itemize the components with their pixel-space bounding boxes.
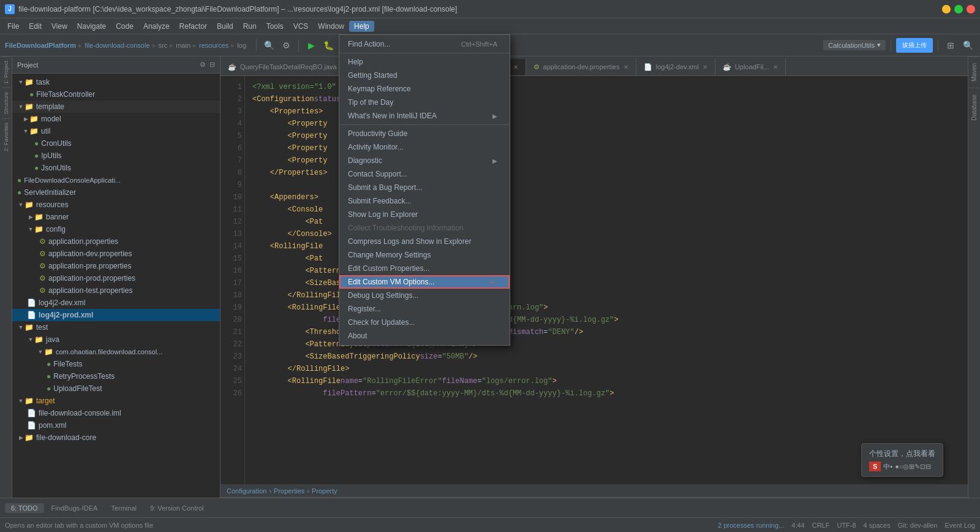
tree-resources-folder[interactable]: ▼ 📁 resources [12, 199, 220, 211]
tree-app-dev-props[interactable]: ⚙ application-dev.properties [12, 248, 220, 260]
tree-app-props[interactable]: ⚙ application.properties [12, 235, 220, 248]
status-processes[interactable]: 2 processes running... [718, 522, 784, 529]
menu-about[interactable]: About [339, 329, 510, 343]
tab-version-control[interactable]: 9: Version Control [144, 503, 209, 513]
toolbar-extra2[interactable]: 🔍 [960, 38, 975, 53]
tree-app-prod-props[interactable]: ⚙ application-prod.properties [12, 272, 220, 284]
menu-tools[interactable]: Tools [262, 21, 288, 32]
tree-app-test-props[interactable]: ⚙ application-test.properties [12, 284, 220, 297]
tree-log4j2-prod-xml[interactable]: 📄 log4j2-prod.xml [12, 309, 220, 321]
tree-cronutils[interactable]: ● CronUtils [12, 137, 220, 150]
tree-pkg-folder[interactable]: ▼ 📁 com.ohaotian.filedownload.consol... [12, 346, 220, 358]
tab-app-dev[interactable]: ⚙ application-dev.properties ✕ [526, 58, 636, 75]
close-tab-log4j2dev[interactable]: ✕ [703, 64, 707, 70]
status-indent[interactable]: 4 spaces [864, 522, 891, 529]
close-tab-log4j2[interactable]: ✕ [513, 64, 518, 70]
editor[interactable]: 12345 678910 1112131415 1617181920 21222… [221, 76, 968, 484]
menu-debug-log[interactable]: Debug Log Settings... [339, 289, 510, 302]
menu-tip-of-day[interactable]: Tip of the Day [339, 96, 510, 109]
minimize-button[interactable] [942, 5, 951, 13]
bc-properties[interactable]: Properties [274, 487, 304, 495]
menu-navigate[interactable]: Navigate [72, 21, 111, 32]
run-btn[interactable]: ▶ [304, 38, 318, 53]
bc-configuration[interactable]: Configuration [227, 487, 266, 495]
tab-todo[interactable]: 6: TODO [5, 503, 44, 513]
tree-task-folder[interactable]: ▼ 📁 task [12, 76, 220, 88]
menu-edit-custom-props[interactable]: Edit Custom Properties... [339, 262, 510, 275]
tab-findbugs[interactable]: FindBugs-IDEA [45, 503, 104, 513]
notif-btn-s[interactable]: S [869, 462, 881, 471]
tree-model-folder[interactable]: ▶ 📁 model [12, 113, 220, 125]
bc-property[interactable]: Property [312, 487, 337, 495]
tool-favorites[interactable]: 2: Favorites [2, 118, 10, 155]
tree-console-iml[interactable]: 📄 file-download-console.iml [12, 407, 220, 419]
tool-project[interactable]: 1: Project [2, 56, 10, 88]
sidebar-gear-icon[interactable]: ⚙ [200, 61, 206, 69]
tree-filetests[interactable]: ● FileTests [12, 358, 220, 370]
tree-retryprocesstests[interactable]: ● RetryProcessTests [12, 370, 220, 382]
rvt-maven[interactable]: Maven [969, 56, 979, 88]
menu-compress-logs[interactable]: Compress Logs and Show in Explorer [339, 235, 510, 248]
close-button[interactable] [967, 5, 975, 13]
menu-window[interactable]: Window [313, 21, 349, 32]
tree-core-folder[interactable]: ▶ 📁 file-download-core [12, 431, 220, 444]
tree-template-folder[interactable]: ▼ 📁 template [12, 101, 220, 113]
tree-uploadfiletest[interactable]: ● UploadFileTest [12, 382, 220, 395]
run-config-selector[interactable]: CalculationUtils ▾ [823, 40, 886, 50]
close-tab-upload[interactable]: ✕ [773, 64, 778, 70]
toolbar-extra1[interactable]: ⊞ [943, 38, 958, 53]
menu-edit-custom-vm[interactable]: Edit Custom VM Options... ← [339, 275, 510, 289]
tree-test-folder[interactable]: ▼ 📁 test [12, 321, 220, 333]
menu-vcs[interactable]: VCS [288, 21, 314, 32]
menu-activity-monitor[interactable]: Activity Monitor... [339, 140, 510, 154]
menu-code[interactable]: Code [111, 21, 138, 32]
menu-submit-bug[interactable]: Submit a Bug Report... [339, 181, 510, 194]
toolbar-settings-btn[interactable]: ⚙ [279, 38, 293, 53]
tab-terminal[interactable]: Terminal [105, 503, 143, 513]
menu-whats-new[interactable]: What's New in IntelliJ IDEA ▶ [339, 109, 510, 123]
notif-btn-zh[interactable]: 中• [883, 462, 892, 471]
tree-servletinitializer[interactable]: ● ServletInitializer [12, 186, 220, 199]
tree-java-folder[interactable]: ▼ 📁 java [12, 333, 220, 346]
sidebar-settings-icon[interactable]: ⊟ [209, 61, 215, 69]
tab-upload-file[interactable]: ☕ UploadFil... ✕ [715, 58, 786, 75]
menu-contact-support[interactable]: Contact Support... [339, 167, 510, 181]
rvt-database[interactable]: Database [969, 88, 979, 127]
maximize-button[interactable] [954, 5, 963, 13]
status-encoding[interactable]: UTF-8 [837, 522, 856, 529]
menu-help-help[interactable]: Help [339, 55, 510, 69]
status-git[interactable]: Git: dev-allen [898, 522, 938, 529]
menu-view[interactable]: View [47, 21, 72, 32]
tree-log4j2-dev-xml[interactable]: 📄 log4j2-dev.xml [12, 297, 220, 309]
menu-productivity-guide[interactable]: Productivity Guide [339, 127, 510, 140]
tree-iputils[interactable]: ● IpUtils [12, 150, 220, 162]
menu-build[interactable]: Build [212, 21, 238, 32]
menu-check-updates[interactable]: Check for Updates... [339, 316, 510, 329]
tool-structure[interactable]: Structure [2, 88, 10, 118]
tab-query-file[interactable]: ☕ QueryFileTaskDetailReqBO.java ✕ [221, 58, 353, 75]
menu-run[interactable]: Run [238, 21, 262, 32]
menu-refactor[interactable]: Refactor [175, 21, 212, 32]
debug-btn[interactable]: 🐛 [321, 38, 336, 53]
tree-app-pre-props[interactable]: ⚙ application-pre.properties [12, 260, 220, 272]
tree-config-folder[interactable]: ▼ 📁 config [12, 223, 220, 235]
toolbar-search-btn[interactable]: 🔍 [262, 38, 276, 53]
menu-analyze[interactable]: Analyze [138, 21, 175, 32]
tree-util-folder[interactable]: ▼ 📁 util [12, 125, 220, 137]
menu-register[interactable]: Register... [339, 302, 510, 316]
menu-edit[interactable]: Edit [24, 21, 47, 32]
menu-help[interactable]: Help [349, 21, 374, 32]
upload-btn[interactable]: 拔插上传 [896, 38, 933, 53]
close-tab-appdev[interactable]: ✕ [624, 64, 628, 70]
tree-filedownloadconsole[interactable]: ● FileDownloadConsoleApplicati... [12, 174, 220, 186]
tree-pom[interactable]: 📄 pom.xml [12, 419, 220, 431]
tree-target-folder[interactable]: ▼ 📁 target [12, 395, 220, 407]
status-event-log[interactable]: Event Log [944, 522, 975, 529]
tree-banner-folder[interactable]: ▶ 📁 banner [12, 211, 220, 223]
menu-find-action[interactable]: Find Action... Ctrl+Shift+A [339, 37, 510, 51]
status-line-ending[interactable]: CRLF [812, 522, 830, 529]
menu-submit-feedback[interactable]: Submit Feedback... [339, 194, 510, 208]
tree-filetaskcontroller[interactable]: ● FileTaskController [12, 88, 220, 101]
menu-diagnostic[interactable]: Diagnostic ▶ [339, 154, 510, 167]
menu-change-memory[interactable]: Change Memory Settings [339, 248, 510, 262]
